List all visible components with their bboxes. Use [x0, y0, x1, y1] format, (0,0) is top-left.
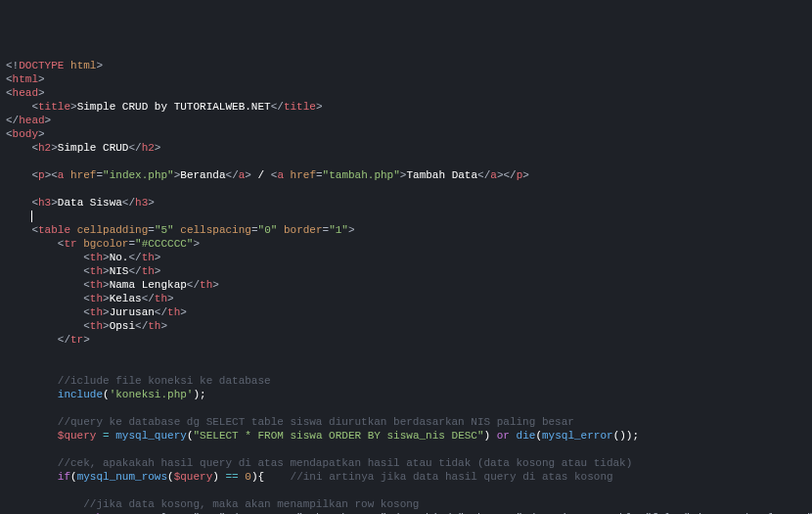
tok-head_close: head — [19, 115, 44, 126]
code-line — [6, 182, 806, 196]
tok-a_tag: a — [277, 169, 284, 181]
tok-p_tag: p — [38, 169, 45, 181]
code-line: <th>Opsi</th> — [6, 319, 806, 333]
tok-th_tag: th — [200, 279, 212, 291]
code-line: include('koneksi.php'); — [6, 388, 806, 401]
tok-title_text: Simple CRUD by TUTORIALWEB.NET — [77, 101, 271, 113]
code-line: //jika data kosong, maka akan menampilka… — [6, 497, 806, 511]
code-line: <title>Simple CRUD by TUTORIALWEB.NET</t… — [6, 100, 806, 114]
code-line: //iclude file koneksi ke database includ… — [6, 360, 806, 514]
tok-th_tag: th — [155, 293, 167, 304]
tok-mysql_error: mysql_error — [542, 430, 613, 442]
code-line: <h2>Simple CRUD</h2> — [6, 141, 806, 155]
tok-h2_tag: h2 — [142, 142, 155, 154]
tok-border_val: "1" — [329, 224, 348, 236]
tok-cellspacing_attr: cellspacing — [180, 224, 251, 236]
tok-th5: Jurusan — [110, 306, 155, 318]
tok-die_fn: die — [517, 430, 536, 442]
tok-border_attr: border — [284, 224, 323, 236]
code-line: <h3>Data Siswa</h3> — [6, 196, 806, 210]
tok-th_tag: th — [142, 252, 155, 263]
tok-th_tag: th — [142, 265, 155, 277]
tok-if_kw: if — [58, 471, 70, 483]
tok-th_tag: th — [148, 320, 160, 332]
tok-html_open: html — [13, 73, 38, 85]
tok-th4: Kelas — [110, 293, 142, 304]
code-line — [6, 484, 806, 497]
tok-var_query: $query — [174, 471, 213, 483]
tok-h3_text: Data Siswa — [58, 197, 122, 209]
tok-cellspacing_val: "0" — [258, 224, 278, 236]
tok-tr_tag: tr — [64, 238, 76, 250]
code-line: <th>Kelas</th> — [6, 292, 806, 305]
tok-zero: 0 — [245, 471, 251, 483]
tok-title_tag: title — [38, 101, 70, 113]
code-line: <head> — [6, 86, 806, 100]
tok-eq: = — [103, 430, 110, 442]
tok-head_open: head — [13, 87, 38, 99]
code-line: </head> — [6, 114, 806, 127]
tok-com5: //jika data kosong, maka akan menampilka… — [83, 498, 419, 510]
code-line — [6, 443, 806, 456]
code-line — [6, 347, 806, 360]
code-line: //query ke database dg SELECT table sisw… — [6, 415, 806, 429]
code-line: </tr> — [6, 333, 806, 347]
tok-tr_tag: tr — [70, 334, 83, 346]
text-cursor — [31, 210, 32, 222]
tok-cellpadding_attr: cellpadding — [77, 224, 149, 236]
code-line: <body> — [6, 127, 806, 141]
tok-h3_tag: h3 — [38, 197, 51, 209]
code-editor-view: <!DOCTYPE html><html><head> <title>Simpl… — [6, 59, 806, 514]
tok-th1: No. — [110, 252, 129, 263]
code-line: <html> — [6, 72, 806, 86]
tok-bgcolor_val: "#CCCCCC" — [135, 238, 193, 250]
doctype-attr: html — [70, 60, 96, 71]
tok-a2_val: "tambah.php" — [323, 169, 400, 181]
tok-table_tag: table — [38, 224, 70, 236]
tok-query_str: "SELECT * FROM siswa ORDER BY siswa_nis … — [193, 430, 483, 442]
tok-bgcolor_attr: bgcolor — [83, 238, 128, 250]
tok-var_query: $query — [58, 430, 97, 442]
code-line: $query = mysql_query("SELECT * FROM sisw… — [6, 429, 806, 443]
code-line: <tr bgcolor="#CCCCCC"> — [6, 237, 806, 251]
tok-th_tag: th — [167, 306, 180, 318]
code-line: //iclude file koneksi ke database — [6, 374, 806, 388]
tok-th_tag: th — [90, 265, 103, 277]
tok-th6: Opsi — [110, 320, 135, 332]
tok-th3: Nama Lengkap — [110, 279, 187, 291]
tok-h2_text: Simple CRUD — [58, 142, 129, 154]
code-line — [6, 155, 806, 168]
tok-mysql_query: mysql_query — [115, 430, 187, 442]
code-line: if(mysql_num_rows($query) == 0){ //ini a… — [6, 470, 806, 484]
tok-a_tag: a — [58, 169, 65, 181]
code-line — [6, 210, 806, 223]
tok-a_href: href — [70, 169, 96, 181]
code-line: <!DOCTYPE html> — [6, 59, 806, 72]
tok-com1: //iclude file koneksi ke database — [58, 375, 271, 387]
tok-a_tag: a — [490, 169, 497, 181]
code-line: //cek, apakakah hasil query di atas mend… — [6, 456, 806, 470]
code-line — [6, 401, 806, 415]
tok-a_href: href — [291, 169, 316, 181]
tok-include_fn: include — [58, 389, 103, 400]
code-line: <table cellpadding="5" cellspacing="0" b… — [6, 223, 806, 237]
tok-cellpadding_val: "5" — [155, 224, 174, 236]
tok-include_arg: 'koneksi.php' — [110, 389, 194, 400]
tok-th_tag: th — [90, 293, 103, 304]
tok-th_tag: th — [90, 279, 103, 291]
tok-or_kw: or — [497, 430, 510, 442]
doctype-name: DOCTYPE — [19, 60, 64, 71]
tok-eqeq: == — [225, 471, 238, 483]
tok-th_tag: th — [90, 306, 103, 318]
tok-th2: NIS — [110, 265, 129, 277]
tok-mysql_num_rows: mysql_num_rows — [77, 471, 167, 483]
tok-a1_text: Beranda — [180, 169, 225, 181]
tok-com4: //ini artinya jika data hasil query di a… — [291, 471, 613, 483]
tok-body_open: body — [13, 128, 38, 140]
code-line: <th>NIS</th> — [6, 264, 806, 278]
tok-h3_tag: h3 — [135, 197, 148, 209]
code-line: <th>Nama Lengkap</th> — [6, 278, 806, 292]
tok-sep_text: / — [251, 169, 271, 181]
tok-a1_val: "index.php" — [103, 169, 174, 181]
code-line: <th>Jurusan</th> — [6, 305, 806, 319]
